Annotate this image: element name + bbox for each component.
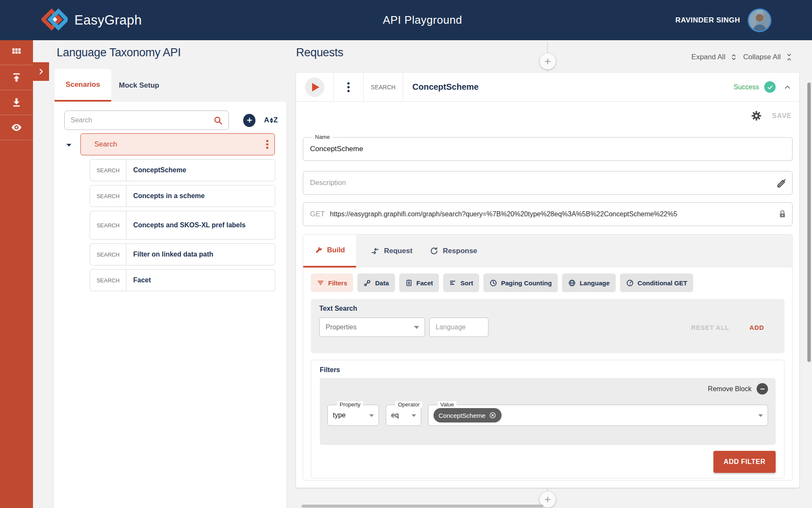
chip-filters[interactable]: Filters bbox=[311, 273, 353, 292]
requests-area: Requests Expand All Collapse All bbox=[286, 40, 812, 508]
easygraph-logo-icon bbox=[41, 8, 68, 32]
filter-icon bbox=[317, 279, 324, 287]
description-input[interactable] bbox=[310, 171, 740, 194]
horizontal-scrollbar[interactable] bbox=[302, 505, 543, 508]
reset-all-button[interactable]: RESET ALL bbox=[691, 324, 729, 331]
collapse-card-chevron[interactable] bbox=[783, 83, 792, 91]
name-field: Name bbox=[303, 137, 793, 161]
icon-rail bbox=[0, 40, 33, 508]
value-select[interactable]: Value ConceptScheme bbox=[428, 405, 768, 426]
filters-title: Filters bbox=[320, 366, 776, 374]
user-menu[interactable]: RAVINDER SINGH bbox=[675, 0, 771, 40]
scenario-search bbox=[64, 110, 229, 130]
vertical-scrollbar[interactable] bbox=[807, 83, 811, 362]
tab-response[interactable]: Response bbox=[429, 235, 477, 268]
chip-conditional-get[interactable]: Conditional GET bbox=[620, 273, 694, 292]
collapse-all-button[interactable]: Collapse All bbox=[743, 53, 793, 61]
scenarios-panel: Language Taxonomy API Scenarios Mock Set… bbox=[33, 40, 286, 508]
add-request-above-button[interactable] bbox=[540, 53, 556, 69]
description-field bbox=[303, 171, 793, 195]
property-select[interactable]: Property type bbox=[327, 405, 379, 426]
run-request-button[interactable] bbox=[305, 77, 324, 97]
remove-value-icon[interactable] bbox=[489, 411, 497, 419]
language-input[interactable] bbox=[429, 318, 488, 337]
requests-title: Requests bbox=[296, 46, 343, 59]
tab-request[interactable]: Request bbox=[370, 235, 412, 268]
avatar[interactable] bbox=[748, 8, 771, 32]
scenario-list: SEARCH ConceptScheme SEARCH Concepts in … bbox=[90, 159, 275, 291]
tree-collapse-caret[interactable] bbox=[65, 141, 73, 149]
success-check-icon bbox=[764, 81, 776, 93]
chevron-down-icon bbox=[411, 414, 417, 417]
top-navbar: EasyGraph API Playground RAVINDER SINGH bbox=[0, 0, 812, 40]
play-icon bbox=[312, 83, 319, 91]
chevron-down-icon bbox=[414, 325, 420, 329]
expand-all-button[interactable]: Expand All bbox=[691, 53, 738, 61]
url-method: GET bbox=[303, 210, 330, 218]
lock-icon bbox=[778, 210, 792, 219]
scenarios-card: A Z Search SEARCH ConceptScheme bbox=[54, 102, 286, 508]
globe-icon bbox=[568, 279, 576, 287]
brand[interactable]: EasyGraph bbox=[41, 0, 142, 40]
edit-pen-icon[interactable] bbox=[776, 178, 787, 189]
filter-block: Remove Block Property type bbox=[320, 378, 776, 445]
scenario-item[interactable]: SEARCH Concepts and SKOS-XL pref labels bbox=[90, 211, 275, 240]
builder-content: Filters Data bbox=[303, 268, 792, 480]
chevron-down-icon bbox=[369, 414, 374, 417]
builder-section: Build Request bbox=[303, 234, 793, 480]
chip-sort[interactable]: Sort bbox=[443, 273, 479, 292]
scenario-item[interactable]: SEARCH Facet bbox=[90, 269, 275, 291]
scenario-item[interactable]: SEARCH Filter on linked data path bbox=[90, 243, 275, 265]
settings-gear-icon[interactable] bbox=[751, 110, 762, 121]
expand-sidebar-chevron[interactable] bbox=[33, 62, 49, 81]
properties-select[interactable]: Properties bbox=[319, 318, 425, 337]
refresh-icon bbox=[429, 246, 439, 256]
chip-paging-counting[interactable]: Paging Counting bbox=[483, 273, 558, 292]
eye-icon[interactable] bbox=[0, 115, 33, 140]
wrench-icon bbox=[314, 246, 323, 254]
chip-language[interactable]: Language bbox=[562, 273, 616, 292]
brand-name: EasyGraph bbox=[74, 13, 142, 28]
tree-group-label: Search bbox=[94, 140, 117, 149]
unfold-more-icon bbox=[730, 53, 738, 61]
add-text-search-button[interactable]: ADD bbox=[749, 324, 764, 331]
tab-build[interactable]: Build bbox=[303, 235, 356, 268]
chip-facet[interactable]: Facet bbox=[399, 273, 439, 292]
builder-chip-row: Filters Data bbox=[311, 273, 785, 292]
name-input[interactable] bbox=[310, 138, 750, 160]
url-value: https://easygraph.graphifi.com/graph/sea… bbox=[330, 210, 778, 218]
text-search-title: Text Search bbox=[319, 305, 776, 312]
text-search-panel: Text Search Properties RESET ALL ADD bbox=[311, 299, 785, 353]
value-chip: ConceptScheme bbox=[433, 408, 502, 422]
clock-icon bbox=[489, 279, 497, 287]
tree-group-search[interactable]: Search bbox=[80, 133, 275, 155]
remove-block-label: Remove Block bbox=[708, 385, 752, 393]
sort-lines-icon bbox=[449, 279, 457, 287]
scenario-item[interactable]: SEARCH Concepts in a scheme bbox=[90, 185, 275, 207]
request-kebab-icon[interactable] bbox=[334, 73, 364, 101]
sort-az-icon[interactable]: A Z bbox=[264, 116, 278, 124]
search-icon[interactable] bbox=[213, 116, 223, 126]
add-filter-button[interactable]: ADD FILTER bbox=[713, 451, 776, 473]
apps-grid-icon[interactable] bbox=[0, 40, 33, 65]
clipboard-icon bbox=[405, 279, 413, 287]
upload-icon[interactable] bbox=[0, 65, 33, 90]
builder-tabs: Build Request bbox=[303, 235, 792, 268]
kebab-menu-icon[interactable] bbox=[266, 139, 269, 149]
tab-mock-setup[interactable]: Mock Setup bbox=[119, 69, 159, 102]
remove-block-button[interactable] bbox=[757, 383, 768, 395]
api-title: Language Taxonomy API bbox=[57, 46, 181, 59]
save-button[interactable]: SAVE bbox=[772, 112, 792, 120]
url-field[interactable]: GET https://easygraph.graphifi.com/graph… bbox=[303, 202, 793, 226]
chip-data[interactable]: Data bbox=[357, 273, 395, 292]
tab-scenarios[interactable]: Scenarios bbox=[55, 69, 111, 102]
page-title: API Playground bbox=[383, 0, 462, 40]
scenario-search-input[interactable] bbox=[71, 111, 214, 130]
add-scenario-button[interactable] bbox=[243, 114, 256, 127]
scenario-item[interactable]: SEARCH ConceptScheme bbox=[90, 159, 275, 181]
download-icon[interactable] bbox=[0, 90, 33, 115]
operator-select[interactable]: Operator eq bbox=[386, 405, 421, 426]
request-card: SEARCH ConceptScheme Success bbox=[296, 73, 799, 488]
status-badge: Success bbox=[734, 83, 759, 91]
user-name: RAVINDER SINGH bbox=[675, 16, 740, 25]
